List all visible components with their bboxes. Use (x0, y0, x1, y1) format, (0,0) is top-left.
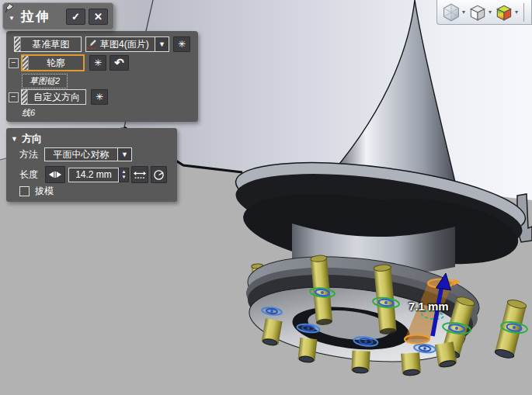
confirm-button[interactable]: ✓ (66, 9, 85, 25)
view-cube-icon (468, 2, 488, 23)
view-toolbar: ▾ ▾ ▾ (436, 0, 532, 25)
dimension-label: 7.1 mm (409, 300, 449, 313)
custom-direction-value: 线6 (22, 107, 35, 119)
custom-direction-label: 自定义方向 (28, 91, 85, 104)
length-label: 长度 (19, 168, 43, 182)
flip-direction-button[interactable] (45, 166, 65, 183)
base-sketch-field[interactable]: 基准草图 (14, 36, 82, 52)
extrude-dialog-header[interactable]: ▼ 拉伸 ✓ ✕ (2, 2, 114, 30)
method-dropdown-button[interactable]: ▼ (118, 147, 132, 161)
appearance-button[interactable]: ▾ (494, 2, 518, 23)
required-hatch-icon (23, 56, 29, 70)
cancel-button[interactable]: ✕ (89, 9, 108, 25)
section-collapse-icon[interactable]: ▼ (11, 135, 18, 143)
shaded-sphere-icon (441, 2, 461, 23)
profile-field[interactable]: 轮廓 (21, 54, 85, 71)
spinner-down-icon[interactable]: ▼ (122, 175, 127, 180)
method-value: 平面中心对称 (51, 148, 112, 161)
spinner-up-icon[interactable]: ▲ (122, 169, 127, 175)
base-sketch-combo[interactable]: 草图4(面片) ▼ (85, 36, 169, 52)
pushpin-icon[interactable] (5, 2, 16, 15)
cad-viewport: 7.1 mm ▾ ▾ ▾ (0, 0, 532, 395)
view-orientation-button[interactable]: ▾ (468, 2, 492, 23)
chevron-down-icon[interactable]: ▾ (515, 9, 518, 16)
method-label: 方法 (19, 148, 43, 161)
draft-label: 拔模 (35, 185, 54, 198)
pin-stub[interactable] (401, 352, 421, 376)
required-hatch-icon (22, 90, 28, 104)
custom-direction-clear-button[interactable]: ✳ (91, 89, 108, 105)
dialog-title: 拉伸 (21, 8, 50, 26)
sketch-pencil-icon (86, 40, 98, 50)
profile-clear-button[interactable]: ✳ (89, 55, 106, 71)
toolbar-separator (523, 3, 524, 22)
pin-stub[interactable] (297, 338, 317, 364)
flip-direction-icon (48, 170, 62, 179)
required-hatch-icon (15, 37, 21, 51)
collapse-caret-icon[interactable]: ▼ (9, 15, 15, 22)
profile-label: 轮廓 (29, 57, 83, 70)
base-sketch-value: 草图4(面片) (98, 38, 151, 51)
measure-ruler-icon (134, 170, 146, 180)
method-combo[interactable]: 平面中心对称 (44, 147, 118, 161)
pin-stub[interactable] (351, 350, 370, 374)
profile-collapse-box[interactable]: − (9, 58, 19, 68)
custom-direction-field[interactable]: 自定义方向 (21, 89, 86, 105)
undo-button[interactable]: ↶ (110, 55, 129, 71)
custom-direction-collapse-box[interactable]: − (9, 92, 19, 102)
display-style-button[interactable]: ▾ (441, 2, 465, 23)
length-input[interactable] (68, 168, 119, 182)
length-spinner[interactable]: ▲ ▼ (119, 168, 129, 182)
chevron-down-icon[interactable]: ▾ (489, 9, 492, 16)
base-sketch-dropdown-button[interactable]: ▼ (155, 37, 169, 51)
profile-value-chip[interactable]: 草图链2 (22, 74, 68, 88)
extrude-dialog-body: 基准草图 草图4(面片) ▼ ✳ − 轮廓 ✳ ↶ 草图链 (6, 31, 198, 122)
angle-measure-icon (153, 169, 165, 181)
base-sketch-clear-button[interactable]: ✳ (173, 36, 190, 52)
chevron-down-icon[interactable]: ▾ (462, 9, 465, 16)
measure-length-button[interactable] (131, 166, 148, 183)
rainbow-cube-icon (494, 2, 514, 23)
direction-panel: ▼ 方向 方法 平面中心对称 ▼ 长度 ▲ ▼ (6, 128, 177, 202)
base-sketch-label: 基准草图 (21, 38, 81, 51)
draft-checkbox[interactable] (19, 186, 30, 196)
angle-measure-button[interactable] (151, 166, 167, 183)
direction-section-title: 方向 (22, 132, 42, 146)
